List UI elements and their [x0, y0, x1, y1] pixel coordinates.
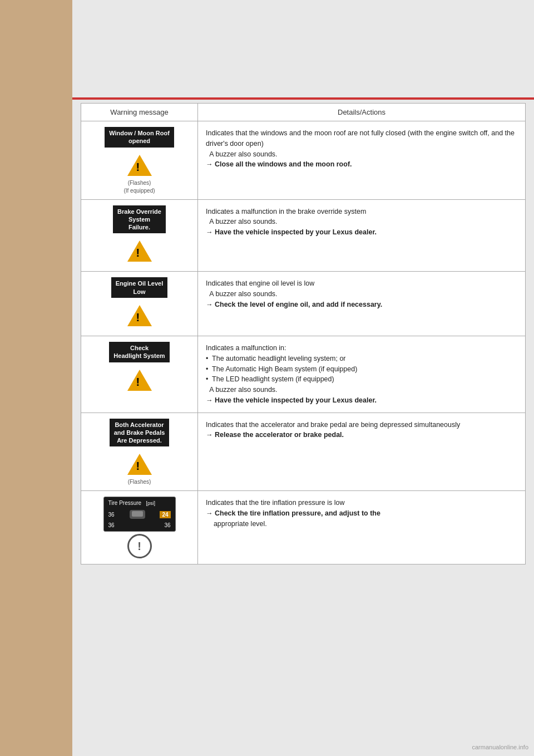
details-cell-tire: Indicates that the tire inflation pressu… [198, 491, 526, 564]
watermark: carmanualonline.info [472, 744, 528, 750]
table-row: CheckHeadlight System Indicates a malfun… [81, 336, 526, 413]
details-cell-headlight: Indicates a malfunction in: • The automa… [198, 336, 526, 413]
tire-rl-value: 36 [108, 522, 115, 528]
left-sidebar [0, 0, 72, 756]
warning-cell-tire: Tire Pressure [psi] 36 24 36 [81, 491, 198, 564]
tire-pressure-display: Tire Pressure [psi] 36 24 36 [103, 497, 176, 532]
col-header-details: Details/Actions [198, 104, 526, 121]
caption-flashes-1: (Flashes) [86, 180, 193, 186]
details-cell-accelerator: Indicates that the accelerator and brake… [198, 413, 526, 491]
warning-cell-headlight: CheckHeadlight System [81, 336, 198, 413]
warning-label-oil: Engine Oil LevelLow [86, 277, 193, 301]
warning-cell-window: Window / Moon Roofopened (Flashes) (If e… [81, 121, 198, 200]
warning-cell-accelerator: Both Acceleratorand Brake PedalsAre Depr… [81, 413, 198, 491]
col-header-warning: Warning message [81, 104, 198, 121]
warning-icon-accelerator [127, 452, 152, 477]
warning-icon-oil [127, 303, 152, 328]
warning-icon-brake [127, 239, 152, 263]
details-text-headlight: Indicates a malfunction in: • The automa… [206, 344, 377, 404]
warning-icon-headlight [127, 368, 152, 392]
tire-rr-value: 36 [164, 522, 170, 528]
warning-table: Warning message Details/Actions Window /… [81, 103, 526, 564]
triangle-icon [127, 454, 152, 475]
caption-flashes-5: (Flashes) [86, 479, 193, 485]
tire-top-row: 36 24 [108, 508, 171, 521]
details-cell-brake: Indicates a malfunction in the brake ove… [198, 199, 526, 272]
triangle-icon [127, 370, 152, 391]
table-row: Engine Oil LevelLow Indicates that engin… [81, 272, 526, 336]
warning-label-accelerator: Both Acceleratorand Brake PedalsAre Depr… [86, 419, 193, 450]
warning-cell-brake: Brake OverrideSystemFailure. [81, 199, 198, 272]
warning-icon-window [127, 153, 152, 178]
details-text-brake: Indicates a malfunction in the brake ove… [206, 208, 377, 237]
details-cell-window: Indicates that the windows and the moon … [198, 121, 526, 200]
svg-rect-1 [132, 511, 143, 517]
table-row: Tire Pressure [psi] 36 24 36 [81, 491, 526, 564]
details-text-oil: Indicates that engine oil level is low A… [206, 279, 382, 308]
car-top-view [125, 508, 150, 521]
warning-label-window: Window / Moon Roofopened [86, 127, 193, 151]
warning-cell-oil: Engine Oil LevelLow [81, 272, 198, 336]
table-row: Both Acceleratorand Brake PedalsAre Depr… [81, 413, 526, 491]
tire-pressure-warning-icon: ! [127, 534, 152, 558]
triangle-icon [127, 240, 152, 262]
main-content-area: Warning message Details/Actions Window /… [81, 103, 526, 564]
warning-label-headlight: CheckHeadlight System [86, 342, 193, 366]
tire-bottom-row: 36 36 [108, 522, 171, 528]
warning-label-brake: Brake OverrideSystemFailure. [86, 205, 193, 237]
triangle-icon [127, 155, 152, 176]
details-text-tire: Indicates that the tire inflation pressu… [206, 499, 380, 528]
table-row: Brake OverrideSystemFailure. Indicates a… [81, 199, 526, 272]
red-accent-bar [72, 97, 534, 100]
table-row: Window / Moon Roofopened (Flashes) (If e… [81, 121, 526, 200]
tire-fl-value: 36 [108, 512, 115, 518]
details-text-window: Indicates that the windows and the moon … [206, 129, 515, 168]
tire-fr-highlight: 24 [160, 511, 170, 518]
details-cell-oil: Indicates that engine oil level is low A… [198, 272, 526, 336]
triangle-icon [127, 305, 152, 326]
details-text-accelerator: Indicates that the accelerator and brake… [206, 421, 460, 439]
caption-equipped-1: (If equipped) [86, 188, 193, 194]
